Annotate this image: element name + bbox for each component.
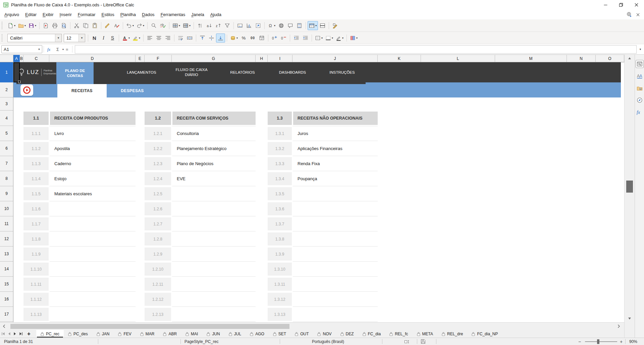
center-vertically-button[interactable] (207, 33, 216, 43)
maximize-button[interactable] (613, 0, 629, 10)
spreadsheet-area[interactable]: LUZ Planilhas Empresariais PLANO DE CONT… (13, 62, 624, 322)
add-sheet-button[interactable]: + (24, 330, 34, 338)
column-header-B[interactable]: B (20, 55, 23, 62)
sheet-tab-JUL[interactable]: JUL (224, 330, 246, 338)
dropdown-caret[interactable]: ▾ (189, 24, 191, 27)
row-header-2[interactable]: 2 (0, 82, 13, 97)
account-name-cell[interactable] (172, 216, 256, 231)
previous-sheet-button[interactable] (6, 330, 12, 338)
account-code-cell[interactable]: 1.2.2 (145, 142, 171, 155)
row-header-1[interactable]: 1 (0, 62, 13, 82)
sheet-tab-FEV[interactable]: FEV (114, 330, 136, 338)
account-name-cell[interactable] (292, 247, 378, 262)
zoom-in-button[interactable]: + (620, 338, 623, 345)
account-name-cell[interactable]: Renda Fixa (292, 156, 378, 171)
row-header-6[interactable]: 6 (0, 141, 13, 156)
sheet-tab-JUN[interactable]: JUN (202, 330, 224, 338)
zoom-level[interactable]: 90% (629, 338, 637, 345)
nav-tab-lan-amentos[interactable]: LANÇAMENTOS (123, 62, 160, 82)
account-name-cell[interactable] (292, 307, 378, 322)
account-name-cell[interactable] (292, 231, 378, 247)
account-name-cell[interactable] (172, 247, 256, 262)
sidebar-gallery-icon[interactable] (636, 84, 644, 92)
align-bottom-button[interactable] (216, 33, 225, 43)
account-code-cell[interactable]: 1.1.9 (23, 248, 49, 261)
column-header-M[interactable]: M (495, 55, 567, 62)
decrease-indent-button[interactable] (292, 33, 301, 43)
account-name-cell[interactable]: EVE (172, 171, 256, 186)
nav-tab-plano-de-contas[interactable]: PLANO DE CONTAS (56, 62, 94, 84)
open-button[interactable]: ▾ (17, 21, 27, 30)
column-header-C[interactable]: C (23, 55, 49, 62)
spelling-button[interactable]: Ab (158, 21, 167, 30)
account-code-cell[interactable]: 1.2.3 (145, 157, 171, 170)
horizontal-scroll-thumb[interactable] (10, 324, 289, 329)
sheet-tab-NOV[interactable]: NOV (313, 330, 336, 338)
account-name-cell[interactable] (49, 201, 136, 216)
sheet-tab-PC_rec[interactable]: PC_rec (36, 330, 64, 338)
column-header-I[interactable]: I (268, 55, 292, 62)
align-right-button[interactable] (163, 33, 172, 43)
nav-tab-fluxo-de-caixa-di-rio[interactable]: FLUXO DE CAIXA DIÁRIO (171, 62, 212, 82)
subnav-tab-receitas[interactable]: RECEITAS (57, 84, 107, 97)
row-header-3[interactable]: 3 (0, 97, 13, 111)
print-preview-button[interactable] (59, 21, 68, 30)
row-header-15[interactable]: 15 (0, 277, 13, 292)
account-name-cell[interactable] (292, 262, 378, 277)
export-pdf-button[interactable] (41, 21, 50, 30)
zoom-out-button[interactable]: − (578, 338, 581, 345)
border-color-button[interactable]: ▾ (334, 33, 345, 43)
row-header-10[interactable]: 10 (0, 201, 13, 216)
dropdown-caret[interactable]: ▾ (14, 24, 15, 27)
function-wizard-button[interactable]: fx (45, 47, 55, 52)
account-name-cell[interactable]: Aplicações Financeiras (292, 141, 378, 156)
format-as-currency-button[interactable]: ▾ (229, 33, 239, 43)
account-name-cell[interactable] (49, 247, 136, 262)
redo-button[interactable]: ▾ (135, 21, 146, 30)
document-modified-icon[interactable] (421, 338, 426, 345)
vertical-scroll-thumb[interactable] (626, 181, 633, 193)
find-replace-button[interactable] (149, 21, 158, 30)
horizontal-scrollbar[interactable] (0, 322, 624, 330)
account-name-cell[interactable] (49, 216, 136, 231)
zoom-slider[interactable] (585, 341, 617, 342)
align-left-button[interactable] (145, 33, 154, 43)
account-code-cell[interactable]: 1.3.5 (268, 187, 292, 200)
clear-formatting-button[interactable]: A (112, 21, 121, 30)
column-header-A[interactable]: A (13, 55, 20, 62)
account-code-cell[interactable]: 1.2.7 (145, 217, 171, 230)
sheet-tab-MAR[interactable]: MAR (136, 330, 159, 338)
last-sheet-button[interactable] (18, 330, 24, 338)
account-name-cell[interactable] (172, 186, 256, 201)
align-center-button[interactable] (154, 33, 163, 43)
zoom-slider-thumb[interactable] (597, 339, 599, 344)
dropdown-caret[interactable]: ▾ (274, 24, 275, 27)
sheet-tab-MAI[interactable]: MAI (181, 330, 202, 338)
account-code-cell[interactable]: 1.2.9 (145, 248, 171, 261)
underline-button[interactable]: S (108, 33, 117, 43)
format-as-date-button[interactable]: 17 (257, 33, 266, 43)
name-box[interactable]: A1 ▾ (1, 45, 42, 53)
insert-comment-button[interactable] (286, 21, 295, 30)
account-code-cell[interactable]: 1.3.10 (268, 263, 292, 276)
sheet-tab-PC_des[interactable]: PC_des (64, 330, 92, 338)
menu-ajuda[interactable]: Ajuda (207, 11, 224, 18)
equals-button[interactable]: = (64, 47, 71, 52)
row-header-16[interactable]: 16 (0, 292, 13, 307)
autofilter-button[interactable] (223, 21, 232, 30)
split-window-button[interactable] (318, 21, 327, 30)
account-name-cell[interactable]: Estojo (49, 171, 136, 186)
menu-planilha[interactable]: Planilha (117, 11, 139, 18)
sort-ascending-button[interactable]: a (205, 21, 214, 30)
account-code-cell[interactable]: 1.1.2 (23, 142, 49, 155)
column-header-J[interactable]: J (292, 55, 378, 62)
menu-exibir[interactable]: Exibir (40, 11, 57, 18)
toolbar-grip[interactable] (2, 22, 5, 29)
dropdown-caret[interactable]: ▾ (315, 24, 317, 27)
menu-arquivo[interactable]: Arquivo (1, 11, 22, 18)
increase-indent-button[interactable] (301, 33, 310, 43)
account-code-cell[interactable]: 1.1.5 (23, 187, 49, 200)
font-name-combo[interactable]: Calibri ▾ (7, 34, 62, 42)
account-name-cell[interactable] (49, 292, 136, 307)
menu-editar[interactable]: Editar (22, 11, 40, 18)
